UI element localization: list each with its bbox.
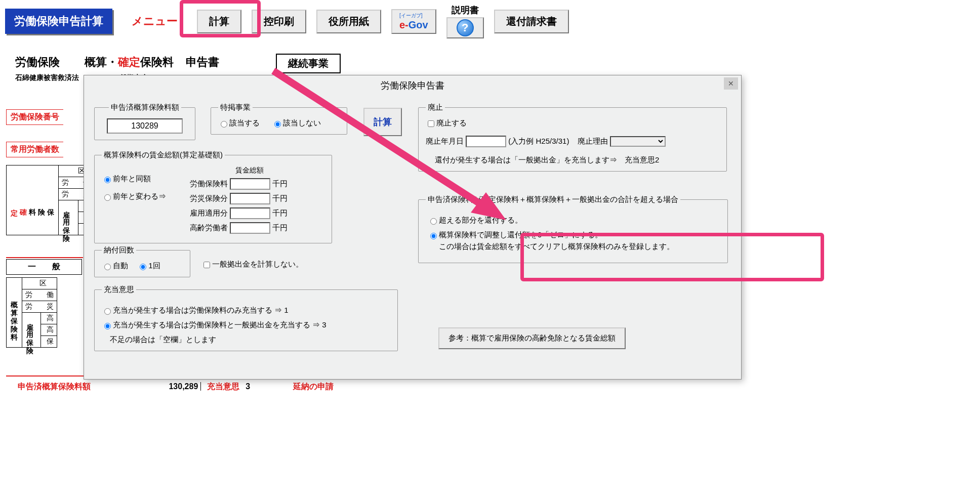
question-icon: ? — [457, 19, 474, 36]
print-button[interactable]: 控印刷 — [252, 10, 306, 33]
ippan-skip-label[interactable]: 一般拠出金を計算しない。 — [201, 260, 303, 270]
bg-h1-b3: 保険料 — [140, 56, 174, 68]
wage-r1-unit: 千円 — [272, 179, 288, 188]
bg-foot-c1v: 3 — [241, 382, 250, 391]
legend-haishi: 廃止 — [426, 103, 445, 112]
noufu-auto-radio[interactable] — [104, 264, 111, 270]
wage-r2-input[interactable] — [230, 193, 270, 204]
help-label: 説明書 — [452, 4, 479, 16]
exceed-o1-radio[interactable] — [430, 218, 437, 225]
reference-button[interactable]: 参考：概算で雇用保険の高齢免除となる賃金総額 — [438, 327, 626, 349]
legend-noufu: 納付回数 — [102, 245, 136, 255]
app-title-badge: 労働保険申告計算 — [5, 9, 112, 34]
bg-rou-1: 労 — [62, 178, 69, 186]
special-yes-radio[interactable] — [221, 121, 227, 128]
fieldset-payment-count: 納付回数 自動 1回 — [94, 245, 190, 277]
vl-koyohoken-2: 雇 用 保 険 — [25, 317, 34, 342]
bg-foot-c1: 充当意思 — [200, 382, 239, 391]
legend-juto: 充当意思 — [102, 285, 136, 295]
menu-link[interactable]: メニュー — [123, 14, 187, 29]
fieldset-exceed-case: 申告済保険料が確定保険料＋概算保険料＋一般拠出金の合計を超える場合 超える部分を… — [418, 195, 728, 263]
exceed-o1-label[interactable]: 超える部分を還付する。 — [428, 216, 522, 224]
vl-koyohoken-1: 雇 用 保 険 — [62, 205, 71, 229]
bg-rou-2: 労 — [62, 190, 69, 198]
haishi-date-input[interactable] — [466, 136, 506, 147]
wage-r4-unit: 千円 — [272, 223, 288, 232]
special-yes-label[interactable]: 該当する — [218, 118, 260, 127]
exceed-o2-sub: この場合は賃金総額をすべてクリアし概算保険料のみを登録します。 — [439, 242, 720, 252]
bg-ippan-row: 一 般 — [6, 259, 82, 275]
wage-r4-input[interactable] — [230, 222, 270, 234]
help-group: 説明書 ? — [446, 4, 484, 38]
noufu-one-radio[interactable] — [140, 264, 146, 270]
haishi-note: 還付が発生する場合は「一般拠出金」を充当します⇒ 充当意思2 — [426, 155, 719, 165]
gaisan-same-label[interactable]: 前年と同額 — [102, 174, 188, 184]
special-no-radio[interactable] — [274, 121, 281, 128]
wage-r2-lbl: 労災保険分 — [190, 194, 228, 202]
bg-h1-b2: 確定 — [118, 56, 140, 68]
egov-g: Gov — [409, 19, 428, 30]
fieldset-declared-amount: 申告済概算保険料額 — [94, 103, 195, 140]
egov-e: e- — [399, 19, 409, 30]
haishi-chk-label[interactable]: 廃止する — [426, 118, 467, 127]
haishi-date-hint: (入力例 H25/3/31) — [508, 137, 569, 145]
juto-o2-radio[interactable] — [104, 323, 111, 329]
haishi-date-lbl: 廃止年月日 — [426, 137, 464, 145]
wage-r2-unit: 千円 — [272, 194, 288, 202]
dialog-title-bar: 労働保険申告書 ✕ — [84, 75, 741, 96]
wage-r1-input[interactable] — [230, 178, 270, 190]
egov-button[interactable]: [イーガブ] e-Gov — [391, 9, 436, 34]
bg-table-kakutei: 確定保険料 区 労 働 労 災 雇 用 保 険高 高 保 — [6, 165, 96, 235]
wage-r4-lbl: 高齢労働者 — [190, 223, 228, 232]
gaisan-same-radio[interactable] — [104, 177, 111, 183]
bg-lbl-regular-workers: 常用労働者数 — [6, 142, 63, 157]
bg-foot-num: 130,289 — [93, 382, 198, 391]
juto-o1-radio[interactable] — [104, 308, 111, 315]
exceed-o2-label[interactable]: 概算保険料で調整し還付額を0「ゼロ」にする。 — [428, 230, 602, 239]
help-button[interactable]: ? — [446, 17, 484, 38]
legend-exceed: 申告済保険料が確定保険料＋概算保険料＋一般拠出金の合計を超える場合 — [426, 195, 680, 204]
special-no-label[interactable]: 該当しない — [272, 118, 321, 127]
bg-h1-b1: 概算・ — [85, 56, 118, 68]
haishi-reason-lbl: 廃止理由 — [578, 137, 608, 145]
juto-o2-label[interactable]: 充当が発生する場合は労働保険料と一般拠出金を充当する ⇒ 3 — [102, 320, 326, 329]
dialog-calc-button[interactable]: 計算 — [363, 108, 402, 136]
calc-button[interactable]: 計算 — [197, 10, 241, 33]
office-paper-button[interactable]: 役所用紙 — [316, 10, 381, 33]
bg-lbl-insurance-number: 労働保険番号 — [6, 109, 63, 125]
fieldset-allocation-intent: 充当意思 充当が発生する場合は労働保険料のみ充当する ⇒ 1 充当が発生する場合… — [94, 285, 398, 351]
bg-div-red — [6, 257, 83, 258]
wage-r3-lbl: 雇用適用分 — [190, 208, 228, 217]
gaisan-diff-label[interactable]: 前年と変わる⇒ — [102, 192, 188, 201]
wage-head: 賃金総額 — [190, 166, 288, 175]
juto-note: 不足の場合は「空欄」とします — [110, 335, 390, 345]
gaisan-diff-radio[interactable] — [104, 194, 111, 201]
bg-sya-2: 災 — [47, 302, 54, 310]
haishi-reason-select[interactable] — [610, 136, 666, 147]
bg-foot-lbl: 申告済概算保険料額 — [18, 382, 91, 391]
dialog-close-button[interactable]: ✕ — [724, 77, 738, 90]
declared-amount-input[interactable] — [107, 118, 183, 134]
fieldset-estimated-wages: 概算保険料の賃金総額(算定基礎額) 前年と同額 前年と変わる⇒ 賃金総額 労働保… — [94, 150, 332, 243]
wage-r3-unit: 千円 — [272, 208, 288, 217]
bg-h1-c: 申告書 — [186, 56, 219, 68]
wage-r3-input[interactable] — [230, 207, 270, 219]
bg-footer-row: 申告済概算保険料額 130,289 充当意思 3 延納の申請 — [18, 382, 334, 392]
legend-declared: 申告済概算保険料額 — [109, 103, 181, 112]
juto-o1-label[interactable]: 充当が発生する場合は労働保険料のみ充当する ⇒ 1 — [102, 306, 289, 314]
bg-table-gaisan: 概 算 保 険 料 区 労 働 労 災 雇 用 保 険高 高 保 — [6, 277, 57, 348]
declaration-dialog: 労働保険申告書 ✕ 申告済概算保険料額 特掲事業 該当する 該当しない 計算 概… — [84, 75, 742, 380]
dialog-body: 申告済概算保険料額 特掲事業 該当する 該当しない 計算 概算保険料の賃金総額(… — [84, 96, 741, 379]
noufu-one-label[interactable]: 1回 — [137, 261, 160, 270]
haishi-checkbox[interactable] — [428, 120, 434, 127]
exceed-o2-radio[interactable] — [430, 233, 437, 239]
bg-box-continued: 継続事業 — [276, 54, 341, 73]
refund-request-button[interactable]: 還付請求書 — [494, 10, 569, 33]
top-toolbar: 労働保険申告計算 メニュー 計算 控印刷 役所用紙 [イーガブ] e-Gov 説… — [5, 4, 569, 38]
bg-foot-c2: 延納の申請 — [253, 382, 334, 391]
bg-sub-a: 石綿健康被害救済法 — [15, 73, 79, 81]
ippan-skip-checkbox[interactable] — [203, 262, 210, 268]
legend-special: 特掲事業 — [218, 103, 253, 112]
noufu-auto-label[interactable]: 自動 — [102, 261, 128, 270]
fieldset-special-project: 特掲事業 該当する 該当しない — [211, 103, 347, 135]
